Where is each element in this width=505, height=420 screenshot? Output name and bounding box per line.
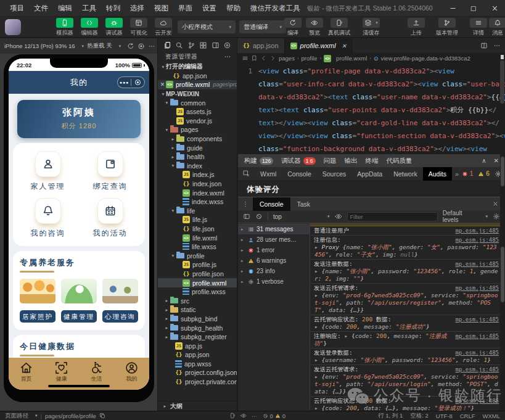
source-link[interactable]: mp.esm.js:485 [456, 227, 499, 234]
more-tabs-icon[interactable]: » [452, 170, 462, 178]
code-area[interactable]: 1<view class="profile-page data-v-dd383c… [237, 64, 505, 154]
statusbar-item-2[interactable]: 空格: 2 [410, 412, 429, 420]
function-item-家人管理[interactable]: 家人管理 [17, 151, 79, 192]
menu-item-5[interactable]: 转到 [101, 0, 125, 17]
source-link[interactable]: mp.esm.js:485 [456, 316, 499, 323]
panel-tab-输出[interactable]: 输出 [345, 157, 358, 165]
inspect-element-icon[interactable] [238, 170, 255, 178]
menu-item-9[interactable]: 设置 [197, 0, 221, 17]
maximize-icon[interactable] [463, 0, 484, 17]
source-link[interactable]: mp.esm.js:485 [456, 397, 499, 405]
tree-item-project.config.json[interactable]: {}project.config.json [158, 368, 237, 377]
restart-icon[interactable] [127, 43, 134, 50]
ext-icon[interactable] [199, 41, 207, 49]
console-scrollbar[interactable] [500, 154, 505, 411]
error-count[interactable]: 1 [462, 170, 474, 177]
toolbar-模拟器-button[interactable]: 模拟器 [51, 18, 78, 37]
function-item-绑定查询[interactable]: 绑定查询 [79, 151, 141, 192]
breadcrumb-item-3[interactable]: profile.wxml [336, 55, 367, 62]
tree-item-common[interactable]: ▾common [158, 98, 237, 107]
eye-icon[interactable] [240, 413, 247, 419]
source-link[interactable]: mp.esm.js:485 [456, 236, 499, 244]
devtools-tab-AppData[interactable]: AppData [351, 167, 388, 181]
devtools-tab-Sources[interactable]: Sources [317, 167, 352, 181]
tree-item-profile.wxss[interactable]: profile.wxss [158, 287, 237, 297]
tree-item-app.wxss[interactable]: app.wxss [158, 360, 237, 369]
source-link[interactable]: mp.esm.js:485 [456, 332, 499, 340]
filter-input[interactable] [347, 212, 438, 221]
more-options-icon[interactable] [148, 43, 155, 50]
devtools-tab-Wxml[interactable]: Wxml [255, 167, 282, 181]
tree-item-life.wxml[interactable]: <>life.wxml [158, 233, 237, 242]
tree-item-profile[interactable]: ▾profile [158, 251, 237, 260]
breadcrumb-item-2[interactable]: profile [302, 55, 318, 62]
eye-icon[interactable] [335, 213, 342, 220]
toolbar-上传-button[interactable]: 上传 [403, 18, 430, 37]
search-icon[interactable] [175, 41, 183, 49]
menu-item-3[interactable]: 编辑 [53, 0, 77, 17]
minimize-icon[interactable] [442, 0, 463, 17]
console-filter-28 user mes…[interactable]: ▸28 user mes… [238, 234, 310, 245]
statusbar-item-4[interactable]: CRLF [460, 413, 475, 419]
service-button-居家照护[interactable]: 居家照护 [20, 310, 55, 323]
tree-item-subpkg_bind[interactable]: ▸subpkg_bind [158, 315, 237, 324]
warning-count[interactable]: 6 [478, 170, 490, 177]
tree-item-project.private.config.js..[interactable]: {}project.private.config.js.. [158, 377, 237, 387]
tree-section-打开的编辑器[interactable]: ▾打开的编辑器 [158, 62, 237, 72]
clear-console-icon[interactable] [255, 213, 263, 220]
tree-item-life.json[interactable]: {}life.json [158, 224, 237, 234]
problems-indicator[interactable]: 0 0 [263, 413, 286, 419]
drawer-menu-icon[interactable] [238, 200, 253, 208]
toolbar-可视化-button[interactable]: 可视化 [125, 18, 152, 37]
tree-item-index[interactable]: ▾index [158, 162, 237, 171]
toolbar-版本管理-button[interactable]: 版本管理 [433, 18, 461, 37]
collapse-icon[interactable]: ∧ [482, 157, 486, 164]
source-link[interactable]: mp.esm.js:485 [456, 349, 499, 356]
list-icon[interactable] [242, 55, 248, 62]
tree-item-subpkg_health[interactable]: ▸subpkg_health [158, 323, 237, 332]
toolbar-清缓存-button[interactable]: ▾清缓存 [358, 18, 385, 37]
tree-item-life.js[interactable]: JSlife.js [158, 215, 237, 224]
panel-tab-调试器[interactable]: 调试器1 6 [281, 157, 315, 165]
menu-item-4[interactable]: 工具 [77, 0, 101, 17]
close-icon[interactable]: ✕ [159, 81, 166, 88]
branch-icon[interactable] [187, 41, 195, 49]
menu-item-10[interactable]: 帮助 [221, 0, 245, 17]
tree-item-health[interactable]: ▸health [158, 152, 237, 162]
log-levels-select[interactable]: Default levels▾ [443, 210, 488, 223]
hot-reload-toggle[interactable]: 热重载 关 [87, 42, 112, 50]
toolbar-云开发-button[interactable]: 云开发 [150, 18, 177, 37]
tree-item-subpkg_register[interactable]: ▸subpkg_register [158, 332, 237, 342]
menu-item-2[interactable]: 文件 [29, 0, 53, 17]
function-item-我的咨询[interactable]: 我的咨询 [17, 198, 79, 239]
back-icon[interactable] [260, 55, 267, 62]
files-icon[interactable] [163, 41, 171, 49]
device-select[interactable]: iPhone 12/13 (Pro) 93% 16 [4, 43, 75, 49]
menu-item-11[interactable]: 微信开发者工具 [245, 0, 305, 17]
tree-item-profile.wxml[interactable]: <>profile.wxml [158, 278, 237, 287]
outline-section[interactable]: ▸大纲 [158, 401, 237, 411]
tree-item-static[interactable]: ▸static [158, 305, 237, 315]
service-button-心理咨询[interactable]: 心理咨询 [102, 310, 138, 323]
device-debug-icon[interactable] [229, 413, 236, 419]
tree-item-components[interactable]: ▸components [158, 134, 237, 144]
statusbar-item-1[interactable]: 行 1, 列 1 [378, 412, 403, 420]
breadcrumb-item-1[interactable]: pages [279, 55, 295, 62]
breadcrumb-item-4[interactable]: view.profile-page.data-v-dd383ca2 [380, 55, 470, 62]
more-options-icon[interactable] [493, 42, 501, 49]
tree-item-pages[interactable]: ▾pages [158, 125, 237, 134]
tree-item-app.js[interactable]: JSapp.js [158, 341, 237, 350]
close-circle-icon[interactable] [131, 80, 144, 85]
close-icon[interactable] [484, 0, 505, 17]
menu-item-7[interactable]: 视图 [149, 0, 173, 17]
tree-item-vendor.js[interactable]: JSvendor.js [158, 117, 237, 126]
tree-item-life.wxss[interactable]: life.wxss [158, 242, 237, 252]
panel-tab-构建[interactable]: 构建126 [244, 157, 273, 165]
breadcrumb[interactable]: pages›profile›<>profile.wxml›⊙view.profi… [237, 53, 505, 64]
copy-icon[interactable] [99, 413, 105, 419]
user-info-card[interactable]: 张阿姨 积分 1280 [17, 100, 141, 138]
panel-tab-终端[interactable]: 终端 [366, 157, 379, 165]
panel-tab-代码质量[interactable]: 代码质量 [387, 157, 413, 165]
close-icon[interactable]: ✕ [342, 43, 347, 49]
gear-icon[interactable] [493, 213, 500, 220]
